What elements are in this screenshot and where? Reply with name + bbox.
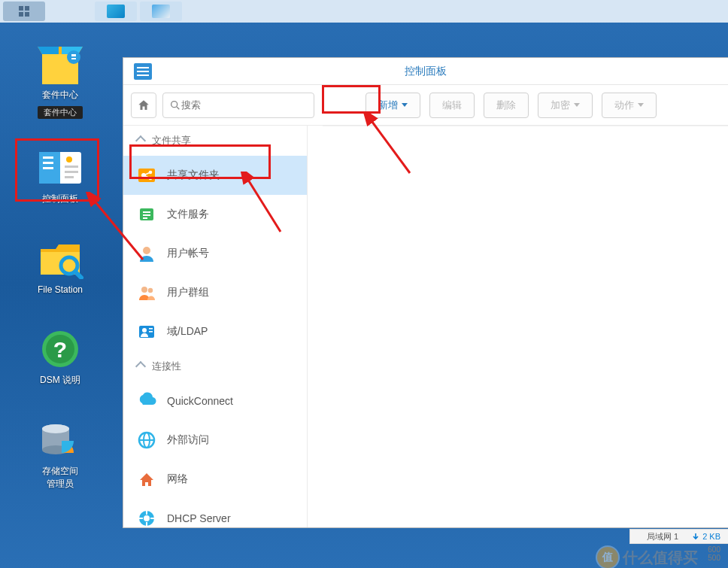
sidebar-item-shared-folder[interactable]: 共享文件夹 xyxy=(123,156,307,195)
desktop-icon-dsm-help[interactable]: ? DSM 说明 xyxy=(19,329,102,387)
sidebar-item-domain-ldap[interactable]: 域/LDAP xyxy=(123,312,307,351)
delete-button[interactable]: 删除 xyxy=(484,93,529,118)
external-access-icon xyxy=(137,430,156,450)
network-icon xyxy=(137,469,156,489)
encrypt-button[interactable]: 加密 xyxy=(538,93,593,118)
small-numbers: 600 500 xyxy=(708,545,720,562)
sidebar-section-connectivity[interactable]: 连接性 xyxy=(123,351,307,381)
chevron-down-icon xyxy=(574,103,580,107)
sidebar-item-quickconnect[interactable]: QuickConnect xyxy=(123,381,307,421)
sidebar-item-label: 用户群组 xyxy=(167,286,209,299)
svg-point-36 xyxy=(141,287,147,293)
svg-rect-10 xyxy=(65,166,78,168)
button-label: 新增 xyxy=(378,99,398,112)
svg-rect-33 xyxy=(143,214,150,216)
window-titlebar[interactable]: 控制面板 xyxy=(123,58,728,85)
sidebar-item-label: 域/LDAP xyxy=(167,325,208,339)
taskbar-item-control-panel[interactable] xyxy=(140,2,182,21)
dhcp-icon xyxy=(137,509,156,527)
sidebar[interactable]: 文件共享 共享文件夹 文件服务 用户帐号 xyxy=(123,126,308,527)
home-button[interactable] xyxy=(131,93,156,118)
desktop-icon-control-panel[interactable]: 控制面板 xyxy=(19,147,102,205)
desktop-tooltip: 套件中心 xyxy=(38,106,83,119)
svg-rect-34 xyxy=(143,217,147,219)
sidebar-item-label: 网络 xyxy=(167,472,188,486)
svg-rect-7 xyxy=(43,162,53,164)
svg-rect-11 xyxy=(65,171,78,173)
group-icon xyxy=(137,283,156,302)
svg-rect-3 xyxy=(71,58,76,59)
search-icon xyxy=(169,99,181,111)
chevron-up-icon xyxy=(135,361,146,372)
lan-label: 局域网 1 xyxy=(647,531,678,542)
search-input[interactable] xyxy=(181,99,308,111)
desktop-icon-label: DSM 说明 xyxy=(19,374,102,387)
sidebar-item-label: 外部访问 xyxy=(167,433,209,447)
sidebar-item-label: 用户帐号 xyxy=(167,247,209,260)
button-label: 加密 xyxy=(551,99,570,112)
shared-folder-icon xyxy=(137,166,156,185)
svg-rect-40 xyxy=(149,328,153,330)
sidebar-item-dhcp-server[interactable]: DHCP Server xyxy=(123,499,307,527)
control-panel-window: 控制面板 新增 编辑 删除 加密 动作 xyxy=(123,57,728,528)
sidebar-item-label: QuickConnect xyxy=(167,395,233,407)
download-speed: 2 KB xyxy=(702,532,720,541)
svg-rect-41 xyxy=(149,331,153,333)
watermark-badge-icon: 值 xyxy=(597,547,618,568)
svg-point-46 xyxy=(144,515,150,521)
desktop-icon-package-center[interactable]: 套件中心 套件中心 xyxy=(19,44,102,119)
chevron-down-icon xyxy=(402,103,408,107)
sidebar-item-network[interactable]: 网络 xyxy=(123,460,307,499)
sidebar-section-file-sharing[interactable]: 文件共享 xyxy=(123,126,307,156)
svg-rect-25 xyxy=(138,169,155,182)
taskbar xyxy=(0,0,728,23)
watermark: 值 什么值得买 xyxy=(597,547,698,568)
edit-button[interactable]: 编辑 xyxy=(429,93,475,118)
desktop-icon-file-station[interactable]: File Station xyxy=(19,238,102,296)
network-widget[interactable]: 局域网 1 2 KB xyxy=(629,529,728,544)
sidebar-item-user[interactable]: 用户帐号 xyxy=(123,234,307,273)
sidebar-item-file-services[interactable]: 文件服务 xyxy=(123,195,307,234)
desktop-icon-label: 套件中心 xyxy=(19,89,102,102)
svg-rect-12 xyxy=(65,176,74,178)
action-button[interactable]: 动作 xyxy=(602,93,657,118)
svg-rect-2 xyxy=(71,54,76,56)
control-panel-icon xyxy=(134,63,152,80)
button-label: 动作 xyxy=(614,99,634,112)
desktop-icon-label: 控制面板 xyxy=(19,193,102,205)
main-panel xyxy=(308,126,728,527)
svg-rect-8 xyxy=(43,167,53,169)
sidebar-item-group[interactable]: 用户群组 xyxy=(123,273,307,312)
sidebar-item-label: DHCP Server xyxy=(167,512,231,524)
button-label: 删除 xyxy=(496,99,516,112)
svg-point-21 xyxy=(42,424,69,433)
svg-rect-32 xyxy=(143,211,150,213)
user-icon xyxy=(137,244,156,263)
new-button[interactable]: 新增 xyxy=(366,93,420,118)
desktop-icon-storage-manager[interactable]: 存储空间 管理员 xyxy=(19,420,102,491)
svg-text:?: ? xyxy=(53,337,67,362)
svg-rect-6 xyxy=(43,156,53,159)
svg-point-23 xyxy=(171,101,177,107)
sidebar-item-label: 共享文件夹 xyxy=(167,169,220,182)
svg-line-24 xyxy=(177,107,179,109)
window-toolbar: 新增 编辑 删除 加密 动作 xyxy=(123,85,728,126)
ldap-icon xyxy=(137,322,156,342)
sidebar-item-external-access[interactable]: 外部访问 xyxy=(123,421,307,460)
desktop: 套件中心 套件中心 控制面板 File Station ? DSM 说明 存储空… xyxy=(0,23,120,568)
taskbar-item-search[interactable] xyxy=(95,2,137,21)
section-label: 连接性 xyxy=(152,360,181,373)
quickconnect-icon xyxy=(137,391,156,411)
desktop-icon-label: File Station xyxy=(19,284,102,296)
svg-point-1 xyxy=(67,50,80,64)
sidebar-item-label: 文件服务 xyxy=(167,208,209,221)
svg-point-37 xyxy=(148,288,153,293)
section-label: 文件共享 xyxy=(152,134,191,147)
svg-point-9 xyxy=(66,156,72,163)
watermark-text: 什么值得买 xyxy=(623,548,698,568)
chevron-down-icon xyxy=(638,103,644,107)
desktop-icon-label: 存储空间 管理员 xyxy=(19,465,102,491)
svg-line-14 xyxy=(75,272,81,278)
search-box[interactable] xyxy=(162,93,314,118)
taskbar-launcher[interactable] xyxy=(3,2,45,21)
